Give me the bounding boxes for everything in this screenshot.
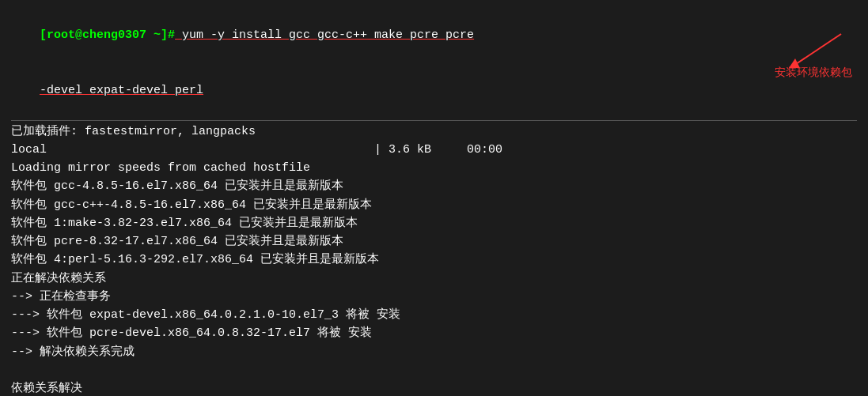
terminal-line-16: --> 解决依赖关系完成 (11, 343, 857, 361)
terminal-line-11: 软件包 4:perl-5.16.3-292.el7.x86_64 已安装并且是最… (11, 251, 857, 269)
annotation-container: 安装环境依赖包 (775, 30, 852, 80)
terminal-line-7: 软件包 gcc-4.8.5-16.el7.x86_64 已安装并且是最新版本 (11, 177, 857, 195)
terminal-line-9: 软件包 1:make-3.82-23.el7.x86_64 已安装并且是最新版本 (11, 214, 857, 232)
annotation-text: 安装环境依赖包 (775, 66, 852, 80)
terminal-line-10: 软件包 pcre-8.32-17.el7.x86_64 已安装并且是最新版本 (11, 232, 857, 251)
terminal-line-18: 依赖关系解决 (11, 379, 857, 396)
prompt: [root@cheng0307 ~]# (40, 28, 175, 42)
terminal-line-5: local | 3.6 kB 00:00 (11, 141, 857, 159)
terminal-line-12: 正在解决依赖关系 (11, 270, 857, 288)
command-text: yum -y install gcc gcc-c++ make pcre pcr… (175, 28, 474, 42)
terminal-line-2: -devel expat-devel perl (11, 63, 857, 119)
terminal-line-6: Loading mirror speeds from cached hostfi… (11, 159, 857, 177)
terminal-line-8: 软件包 gcc-c++-4.8.5-16.el7.x86_64 已安装并且是最新… (11, 196, 857, 214)
terminal-line-4: 已加载插件: fastestmirror, langpacks (11, 123, 857, 141)
separator (11, 120, 857, 121)
terminal-line-15: ---> 软件包 pcre-devel.x86_64.0.8.32-17.el7… (11, 324, 857, 342)
terminal-line-14: ---> 软件包 expat-devel.x86_64.0.2.1.0-10.e… (11, 306, 857, 324)
command-continuation: -devel expat-devel perl (40, 84, 203, 97)
terminal-window: [root@cheng0307 ~]# yum -y install gcc g… (0, 0, 868, 396)
terminal-line-13: --> 正在检查事务 (11, 288, 857, 306)
terminal-line-1: [root@cheng0307 ~]# yum -y install gcc g… (11, 8, 857, 63)
terminal-line-blank (11, 361, 857, 379)
svg-line-0 (794, 34, 841, 66)
